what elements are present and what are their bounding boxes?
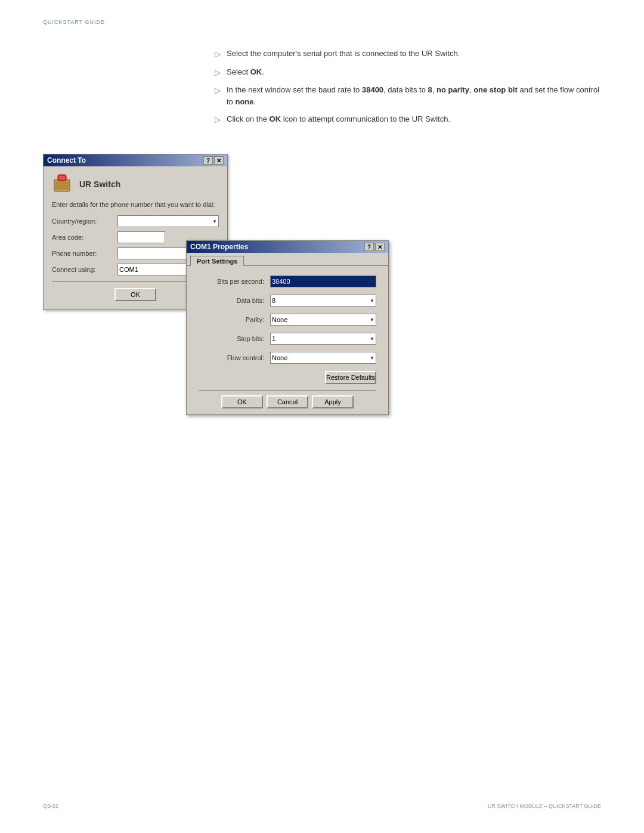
data-bits-label: Data bits: [199, 297, 264, 304]
bullet-text: In the next window set the baud rate to … [227, 84, 601, 107]
com1-title: COM1 Properties [190, 243, 248, 251]
com1-close-button[interactable]: ✕ [375, 243, 385, 251]
parity-select[interactable]: None [270, 314, 376, 326]
footer-left: QS-22 [43, 803, 58, 809]
ur-switch-icon [52, 174, 73, 195]
phone-number-label: Phone number: [52, 250, 117, 257]
data-bits-select[interactable]: 8 [270, 295, 376, 306]
bits-per-second-field: Bits per second: 38400 [199, 275, 376, 287]
com1-body: Bits per second: 38400 Data bits: 8 [187, 266, 388, 414]
close-button[interactable]: ✕ [214, 156, 224, 165]
svg-rect-3 [59, 176, 65, 179]
connect-using-label: Connect using: [52, 266, 117, 273]
ok-button[interactable]: OK [114, 288, 156, 301]
content-area: ▷ Select the computer's serial port that… [215, 48, 601, 140]
connect-to-titlebar: Connect To ? ✕ [44, 154, 227, 166]
stop-bits-label: Stop bits: [199, 335, 264, 342]
device-name: UR Switch [79, 179, 120, 189]
bits-per-second-wrap[interactable]: 38400 [270, 275, 376, 287]
bullet-text: Select OK. [227, 66, 264, 78]
com1-titlebar: COM1 Properties ? ✕ [187, 241, 388, 253]
dialog-container: Connect To ? ✕ [43, 154, 413, 310]
bullet-arrow-icon: ▷ [215, 114, 221, 126]
bullet-text: Select the computer's serial port that i… [227, 48, 460, 60]
page-footer: QS-22 UR SWITCH MODULE – QUICKSTART GUID… [43, 803, 601, 809]
com1-apply-button[interactable]: Apply [312, 395, 354, 408]
stop-bits-field: Stop bits: 1 [199, 333, 376, 345]
restore-defaults-button[interactable]: Restore Defaults [325, 371, 376, 384]
bits-per-second-select[interactable]: 38400 [270, 275, 376, 287]
list-item: ▷ In the next window set the baud rate t… [215, 84, 601, 107]
flow-control-wrap[interactable]: None [270, 352, 376, 364]
stop-bits-wrap[interactable]: 1 [270, 333, 376, 345]
bits-per-second-label: Bits per second: [199, 278, 264, 285]
com1-tabs: Port Settings [187, 253, 388, 266]
area-code-label: Area code: [52, 234, 117, 241]
list-item: ▷ Select the computer's serial port that… [215, 48, 601, 60]
country-select[interactable] [117, 215, 219, 227]
device-icon-row: UR Switch [52, 174, 219, 195]
data-bits-wrap[interactable]: 8 [270, 295, 376, 306]
country-field: Country/region: [52, 215, 219, 227]
com1-titlebar-buttons: ? ✕ [364, 243, 385, 251]
restore-defaults-row: Restore Defaults [199, 371, 376, 384]
country-label: Country/region: [52, 218, 117, 225]
port-settings-tab[interactable]: Port Settings [190, 256, 244, 266]
parity-field: Parity: None [199, 314, 376, 326]
bullet-arrow-icon: ▷ [215, 85, 221, 97]
stop-bits-select[interactable]: 1 [270, 333, 376, 345]
connect-to-title: Connect To [47, 156, 86, 165]
bullet-arrow-icon: ▷ [215, 48, 221, 60]
help-button[interactable]: ? [203, 156, 213, 165]
footer-right: UR SWITCH MODULE – QUICKSTART GUIDE [488, 803, 601, 809]
country-select-wrapper[interactable] [117, 215, 219, 227]
parity-wrap[interactable]: None [270, 314, 376, 326]
com1-action-buttons: OK Cancel Apply [199, 390, 376, 408]
flow-control-label: Flow control: [199, 354, 264, 361]
dialog-subtitle: Enter details for the phone number that … [52, 201, 219, 208]
list-item: ▷ Select OK. [215, 66, 601, 79]
flow-control-field: Flow control: None [199, 352, 376, 364]
bullet-text: Click on the OK icon to attempt communic… [227, 113, 450, 125]
com1-ok-button[interactable]: OK [221, 395, 263, 408]
parity-label: Parity: [199, 316, 264, 323]
com1-properties-dialog: COM1 Properties ? ✕ Port Settings Bits p… [186, 240, 389, 415]
com1-help-button[interactable]: ? [364, 243, 374, 251]
list-item: ▷ Click on the OK icon to attempt commun… [215, 113, 601, 126]
flow-control-select[interactable]: None [270, 352, 376, 364]
instruction-list: ▷ Select the computer's serial port that… [215, 48, 601, 126]
bullet-arrow-icon: ▷ [215, 67, 221, 79]
titlebar-buttons: ? ✕ [203, 156, 224, 165]
com1-cancel-button[interactable]: Cancel [267, 395, 308, 408]
page-header: QUICKSTART GUIDE [43, 19, 105, 25]
data-bits-field: Data bits: 8 [199, 295, 376, 306]
area-code-input[interactable] [117, 231, 165, 243]
